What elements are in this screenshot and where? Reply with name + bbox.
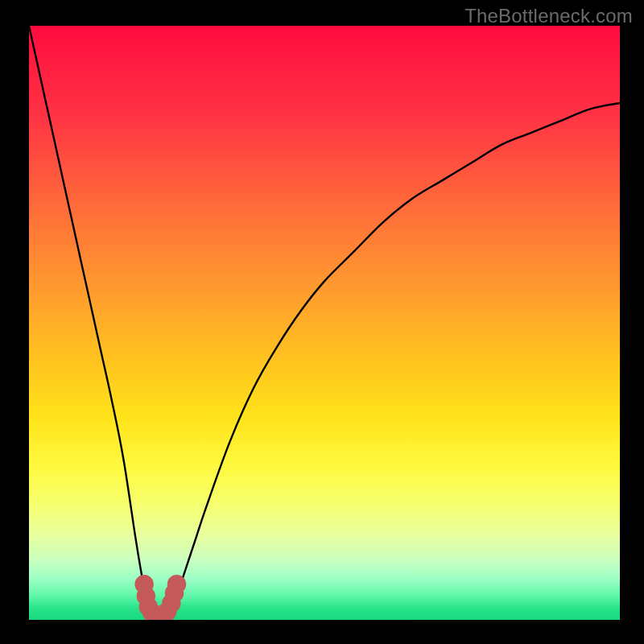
chart-frame: TheBottleneck.com [0,0,644,644]
plot-area [29,26,620,620]
valley-marker [167,575,186,593]
bottleneck-curve [29,26,620,620]
watermark-text: TheBottleneck.com [464,5,633,27]
